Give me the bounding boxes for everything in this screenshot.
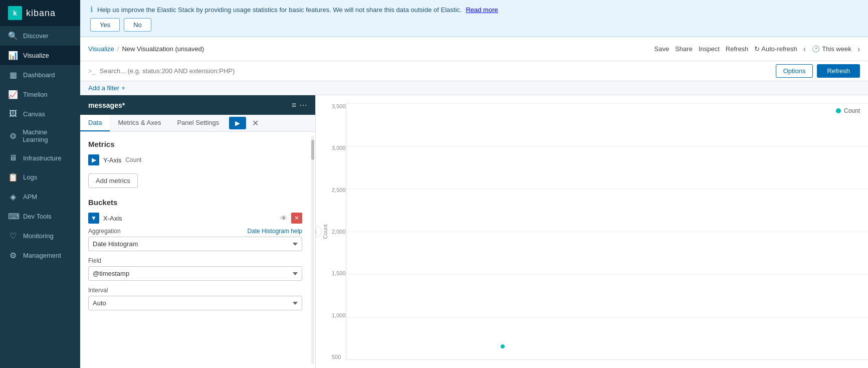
sidebar-item-monitoring[interactable]: ♡ Monitoring — [0, 226, 80, 246]
logo[interactable]: k kibana — [0, 0, 80, 26]
apm-icon: ◈ — [8, 192, 18, 202]
canvas-icon: 🖼 — [8, 109, 18, 118]
chart-legend: Count — [836, 107, 860, 114]
sidebar-item-devtools[interactable]: ⌨ Dev Tools — [0, 207, 80, 226]
banner-yes-button[interactable]: Yes — [90, 18, 120, 32]
refresh-search-button[interactable]: Refresh — [817, 64, 860, 78]
refresh-topbar-button[interactable]: Refresh — [726, 45, 749, 53]
bucket-delete-button[interactable]: ✕ — [291, 213, 302, 224]
logo-icon: k — [8, 6, 22, 20]
close-panel-button[interactable]: ✕ — [248, 115, 263, 131]
legend-color-dot — [836, 108, 841, 113]
sidebar-item-discover[interactable]: 🔍 Discover — [0, 26, 80, 46]
time-picker[interactable]: 🕐 This week — [812, 45, 851, 53]
field-select[interactable]: @timestamp — [88, 266, 302, 281]
panel-more-icon[interactable]: ⋯ — [299, 100, 307, 110]
sidebar-label-ml: Machine Learning — [23, 128, 72, 143]
bucket-expand-button[interactable]: ▼ — [88, 213, 99, 224]
inspect-button[interactable]: Inspect — [699, 45, 720, 53]
breadcrumb-separator: / — [117, 45, 119, 53]
sidebar-item-infrastructure[interactable]: 🖥 Infrastructure — [0, 148, 80, 167]
sidebar-item-logs[interactable]: 📋 Logs — [0, 167, 80, 187]
sidebar-item-timelion[interactable]: 📈 Timelion — [0, 85, 80, 104]
time-nav-next[interactable]: › — [857, 45, 860, 54]
panel-tabs: Data Metrics & Axes Panel Settings ▶ ✕ — [80, 115, 315, 132]
y-tick-2000: 2,000 — [332, 229, 344, 235]
aggregation-group: Aggregation Date Histogram help Date His… — [88, 228, 302, 251]
add-filter-icon: + — [121, 84, 125, 92]
panel-menu-icon[interactable]: ≡ — [292, 101, 296, 110]
sidebar-item-ml[interactable]: ⚙ Machine Learning — [0, 123, 80, 148]
auto-refresh-button[interactable]: ↻ Auto-refresh — [754, 45, 797, 53]
sidebar-label-infrastructure: Infrastructure — [23, 154, 62, 162]
management-icon: ⚙ — [8, 251, 18, 260]
field-label: Field — [88, 257, 101, 264]
auto-refresh-icon: ↻ — [754, 45, 760, 53]
sidebar-label-monitoring: Monitoring — [23, 232, 54, 240]
legend-label: Count — [844, 107, 860, 114]
share-button[interactable]: Share — [675, 45, 693, 53]
panel-title: messages* — [88, 101, 125, 109]
y-axis-label: Count — [322, 224, 328, 239]
bucket-x-axis-label: X-Axis — [103, 215, 276, 222]
banner-no-button[interactable]: No — [124, 18, 151, 32]
y-tick-2500: 2,500 — [332, 187, 344, 193]
topbar: Visualize / New Visualization (unsaved) … — [80, 37, 868, 61]
time-nav-prev[interactable]: ‹ — [803, 45, 806, 54]
sidebar-item-management[interactable]: ⚙ Management — [0, 246, 80, 265]
save-button[interactable]: Save — [655, 45, 670, 53]
search-prompt: >_ — [88, 67, 96, 75]
tab-metrics-axes[interactable]: Metrics & Axes — [110, 115, 169, 131]
sidebar-item-canvas[interactable]: 🖼 Canvas — [0, 104, 80, 123]
sidebar-label-discover: Discover — [23, 32, 49, 40]
devtools-icon: ⌨ — [8, 212, 18, 221]
interval-label: Interval — [88, 287, 108, 294]
options-button[interactable]: Options — [776, 64, 813, 78]
grid-line-top — [346, 103, 868, 104]
buckets-section-title: Buckets — [88, 198, 302, 207]
metric-y-axis-label: Y-Axis — [103, 156, 121, 164]
bucket-visibility-icon[interactable]: 👁 — [280, 214, 287, 222]
sidebar-item-visualize[interactable]: 📊 Visualize — [0, 46, 80, 65]
banner-message: Help us improve the Elastic Stack by pro… — [97, 6, 462, 14]
metrics-section-title: Metrics — [88, 140, 302, 148]
y-tick-500: 500 — [332, 354, 344, 360]
breadcrumb-current: New Visualization (unsaved) — [122, 45, 204, 53]
sidebar-item-apm[interactable]: ◈ APM — [0, 187, 80, 207]
grid-line-3 — [346, 232, 868, 232]
dashboard-icon: ▦ — [8, 70, 18, 80]
grid-line-2 — [346, 189, 868, 189]
grid-line-5 — [346, 317, 868, 317]
tab-data[interactable]: Data — [80, 115, 110, 131]
chart-area: ‹ Count 3,500 3,000 2,500 2,000 1,500 1,… — [316, 95, 868, 368]
monitoring-icon: ♡ — [8, 231, 18, 241]
clock-icon: 🕐 — [812, 45, 820, 53]
field-group: Field @timestamp — [88, 257, 302, 281]
tab-panel-settings[interactable]: Panel Settings — [169, 115, 227, 131]
add-metrics-button[interactable]: Add metrics — [88, 173, 138, 188]
banner-read-more[interactable]: Read more — [466, 6, 498, 14]
sidebar-label-management: Management — [23, 252, 61, 259]
interval-select[interactable]: Auto — [88, 296, 302, 310]
search-input[interactable] — [100, 67, 772, 75]
run-button[interactable]: ▶ — [229, 117, 246, 129]
logs-icon: 📋 — [8, 172, 18, 182]
sidebar-label-visualize: Visualize — [23, 52, 49, 59]
sidebar-item-dashboard[interactable]: ▦ Dashboard — [0, 65, 80, 85]
panel-scrollbar[interactable] — [311, 136, 314, 364]
banner-text: ℹ Help us improve the Elastic Stack by p… — [90, 5, 498, 14]
usage-banner: ℹ Help us improve the Elastic Stack by p… — [80, 0, 868, 37]
timelion-icon: 📈 — [8, 90, 18, 99]
data-point — [501, 344, 505, 348]
add-filter-button[interactable]: Add a filter + — [88, 84, 125, 92]
aggregation-select[interactable]: Date Histogram — [88, 237, 302, 251]
add-filter-label: Add a filter — [88, 84, 119, 92]
sidebar-label-apm: APM — [23, 193, 37, 201]
grid-line-1 — [346, 146, 868, 146]
aggregation-help-link[interactable]: Date Histogram help — [248, 228, 302, 235]
interval-group: Interval Auto — [88, 287, 302, 310]
breadcrumb-visualize-link[interactable]: Visualize — [88, 45, 114, 53]
panel-header: messages* ≡ ⋯ — [80, 95, 315, 115]
metric-expand-button[interactable]: ▶ — [88, 154, 99, 165]
infra-icon: 🖥 — [8, 153, 18, 162]
